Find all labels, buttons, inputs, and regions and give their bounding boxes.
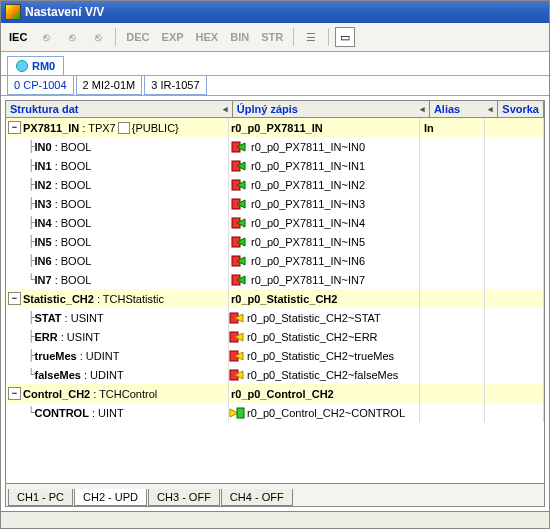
struct-leaf-row[interactable]: ├IN0 : BOOLr0_p0_PX7811_IN~IN0	[6, 137, 544, 156]
public-checkbox[interactable]	[118, 122, 130, 134]
format-str-button[interactable]: STR	[257, 31, 287, 43]
format-bin-button[interactable]: BIN	[226, 31, 253, 43]
input-arrow-icon	[231, 177, 247, 193]
channel-tab[interactable]: CH4 - OFF	[221, 489, 293, 506]
input-arrow-icon	[231, 158, 247, 174]
module-tab[interactable]: 2 MI2-01M	[76, 76, 143, 95]
full-notation: r0_p0_Statistic_CH2~ERR	[245, 331, 378, 343]
rack-tabs: RM0	[1, 52, 549, 75]
struct-leaf-row[interactable]: ├ERR : USINTr0_p0_Statistic_CH2~ERR	[6, 327, 544, 346]
status-bar	[1, 511, 549, 528]
rack-tab-rm0[interactable]: RM0	[7, 56, 64, 75]
struct-leaf-row[interactable]: ├trueMes : UDINTr0_p0_Statistic_CH2~true…	[6, 346, 544, 365]
input-arrow-icon	[231, 234, 247, 250]
struct-leaf-row[interactable]: └CONTROL : UINTr0_p0_Control_CH2~CONTROL	[6, 403, 544, 422]
app-icon	[5, 4, 21, 20]
col-header-structure[interactable]: Struktura dat◂	[6, 101, 233, 117]
toolbar-btn-2[interactable]: ⎋	[61, 26, 83, 48]
full-notation: r0_p0_Control_CH2	[229, 388, 334, 400]
struct-leaf-row[interactable]: ├IN1 : BOOLr0_p0_PX7811_IN~IN1	[6, 156, 544, 175]
full-notation: r0_p0_Statistic_CH2~falseMes	[245, 369, 398, 381]
full-notation: r0_p0_Statistic_CH2~STAT	[245, 312, 381, 324]
format-hex-button[interactable]: HEX	[192, 31, 223, 43]
channel-tab[interactable]: CH2 - UPD	[74, 489, 147, 506]
channel-tab[interactable]: CH1 - PC	[8, 489, 73, 506]
input-arrow-icon	[231, 253, 247, 269]
module-tab[interactable]: 0 CP-1004	[7, 76, 74, 95]
stat-arrow-icon	[229, 348, 245, 364]
struct-group-row[interactable]: −Statistic_CH2 : TCHStatisticr0_p0_Stati…	[6, 289, 544, 308]
format-dec-button[interactable]: DEC	[122, 31, 153, 43]
channel-tabs: CH1 - PCCH2 - UPDCH3 - OFFCH4 - OFF	[6, 483, 544, 506]
full-notation: r0_p0_PX7811_IN~IN7	[249, 274, 365, 286]
grid-header: Struktura dat◂ Úplný zápis◂ Alias◂ Svork…	[6, 101, 544, 118]
full-notation: r0_p0_Control_CH2~CONTROL	[245, 407, 405, 419]
struct-leaf-row[interactable]: ├IN4 : BOOLr0_p0_PX7811_IN~IN4	[6, 213, 544, 232]
struct-group-row[interactable]: −Control_CH2 : TCHControlr0_p0_Control_C…	[6, 384, 544, 403]
toolbar: IEC ⎋ ⎋ ⎋ DEC EXP HEX BIN STR ☰ ▭	[1, 23, 549, 52]
rack-label: RM0	[32, 60, 55, 72]
collapse-toggle[interactable]: −	[8, 387, 21, 400]
struct-leaf-row[interactable]: ├IN3 : BOOLr0_p0_PX7811_IN~IN3	[6, 194, 544, 213]
sort-icon: ◂	[488, 104, 493, 114]
input-arrow-icon	[231, 139, 247, 155]
stat-arrow-icon	[229, 310, 245, 326]
struct-leaf-row[interactable]: ├STAT : USINTr0_p0_Statistic_CH2~STAT	[6, 308, 544, 327]
io-settings-window: Nastavení V/V IEC ⎋ ⎋ ⎋ DEC EXP HEX BIN …	[0, 0, 550, 529]
format-iec-button[interactable]: IEC	[5, 31, 31, 43]
collapse-toggle[interactable]: −	[8, 121, 21, 134]
format-exp-button[interactable]: EXP	[158, 31, 188, 43]
full-notation: r0_p0_Statistic_CH2	[229, 293, 337, 305]
full-notation: r0_p0_Statistic_CH2~trueMes	[245, 350, 394, 362]
svg-rect-25	[237, 408, 244, 418]
struct-group-row[interactable]: −PX7811_IN : TPX7 {PUBLIC}r0_p0_PX7811_I…	[6, 118, 544, 137]
sort-icon: ◂	[420, 104, 425, 114]
struct-leaf-row[interactable]: ├IN5 : BOOLr0_p0_PX7811_IN~IN5	[6, 232, 544, 251]
collapse-toggle[interactable]: −	[8, 292, 21, 305]
stat-arrow-icon	[229, 367, 245, 383]
struct-leaf-row[interactable]: └falseMes : UDINTr0_p0_Statistic_CH2~fal…	[6, 365, 544, 384]
input-arrow-icon	[231, 272, 247, 288]
sort-icon: ◂	[223, 104, 228, 114]
full-notation: r0_p0_PX7811_IN~IN1	[249, 160, 365, 172]
col-header-alias[interactable]: Alias◂	[430, 101, 498, 117]
module-tabs: 0 CP-10042 MI2-01M3 IR-1057	[1, 75, 549, 96]
struct-leaf-row[interactable]: ├IN6 : BOOLr0_p0_PX7811_IN~IN6	[6, 251, 544, 270]
separator	[293, 28, 294, 46]
grid-body[interactable]: −PX7811_IN : TPX7 {PUBLIC}r0_p0_PX7811_I…	[6, 118, 544, 483]
col-header-terminal[interactable]: Svorka	[498, 101, 544, 117]
col-header-fullnotation[interactable]: Úplný zápis◂	[233, 101, 430, 117]
full-notation: r0_p0_PX7811_IN	[229, 122, 323, 134]
full-notation: r0_p0_PX7811_IN~IN4	[249, 217, 365, 229]
channel-tab[interactable]: CH3 - OFF	[148, 489, 220, 506]
full-notation: r0_p0_PX7811_IN~IN0	[249, 141, 365, 153]
separator	[115, 28, 116, 46]
stat-arrow-icon	[229, 329, 245, 345]
full-notation: r0_p0_PX7811_IN~IN2	[249, 179, 365, 191]
struct-leaf-row[interactable]: └IN7 : BOOLr0_p0_PX7811_IN~IN7	[6, 270, 544, 289]
status-led-icon	[16, 60, 28, 72]
struct-leaf-row[interactable]: ├IN2 : BOOLr0_p0_PX7811_IN~IN2	[6, 175, 544, 194]
grid: Struktura dat◂ Úplný zápis◂ Alias◂ Svork…	[5, 100, 545, 507]
input-arrow-icon	[231, 196, 247, 212]
control-arrow-icon	[229, 405, 245, 421]
alias-value: In	[424, 122, 434, 134]
toolbar-btn-1[interactable]: ⎋	[35, 26, 57, 48]
toolbar-settings-icon[interactable]: ☰	[300, 26, 322, 48]
window-title: Nastavení V/V	[25, 5, 104, 19]
separator	[328, 28, 329, 46]
grid-area: Struktura dat◂ Úplný zápis◂ Alias◂ Svork…	[1, 96, 549, 511]
titlebar[interactable]: Nastavení V/V	[1, 1, 549, 23]
full-notation: r0_p0_PX7811_IN~IN5	[249, 236, 365, 248]
full-notation: r0_p0_PX7811_IN~IN3	[249, 198, 365, 210]
toolbar-window-icon[interactable]: ▭	[335, 27, 355, 47]
module-tab[interactable]: 3 IR-1057	[144, 76, 206, 95]
toolbar-btn-3[interactable]: ⎋	[87, 26, 109, 48]
full-notation: r0_p0_PX7811_IN~IN6	[249, 255, 365, 267]
input-arrow-icon	[231, 215, 247, 231]
